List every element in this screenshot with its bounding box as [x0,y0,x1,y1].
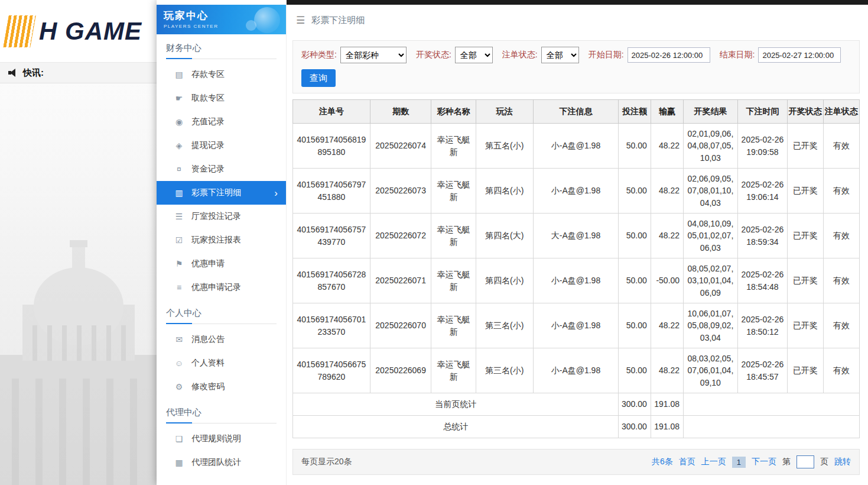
sidebar-item-recharge-record[interactable]: ◉充值记录 [157,110,286,134]
globe-decoration-icon [254,7,280,33]
draw-status-select[interactable]: 全部 [455,47,493,63]
draw-status-label: 开奖状态: [416,50,451,60]
pagination-bar: 每页显示20条 共6条 首页 上一页 1 下一页 第 页 跳转 [292,449,860,475]
chevron-right-icon: › [274,188,278,198]
page-suffix-label: 页 [820,457,828,467]
table-row: 40156917405675743977020250226072幸运飞艇新第四名… [293,214,860,258]
table-cell: 04,08,10,09,05,01,02,07,06,03 [684,214,738,258]
sidebar-item-player-bet-report[interactable]: ☑玩家投注报表 [157,228,286,252]
sidebar-item-label: 充值记录 [191,117,225,127]
menu-icon[interactable]: ☰ [296,14,305,27]
page-jump-input[interactable] [797,455,814,468]
table-row: 40156917405670123357020250226070幸运飞艇新第三名… [293,303,860,348]
page-total-row: 当前页统计 300.00 191.08 [293,393,860,416]
table-cell: 有效 [823,124,859,169]
table-cell: 02,06,09,05,07,08,01,10,04,03 [684,169,738,214]
lottery-type-select[interactable]: 全部彩种 [340,47,407,63]
sidebar-item-funds-record[interactable]: ¤资金记录 [157,157,286,181]
page-prefix-label: 第 [782,457,791,467]
agent-rules-icon: ❏ [174,434,184,444]
query-button[interactable]: 查询 [301,69,336,87]
player-report-icon: ☑ [174,235,184,245]
table-cell: 小-A盘@1.98 [533,303,619,348]
table-cell: 401569174056675789620 [293,348,370,393]
column-header: 注单号 [293,100,370,124]
table-cell: 大-A盘@1.98 [533,214,619,258]
table-cell: 第四名(小) [476,258,533,303]
sidebar-nav: 财务中心▤存款专区☛取款专区◉充值记录◈提现记录¤资金记录▥彩票下注明细›☰厅室… [157,43,286,474]
sidebar-item-label: 玩家投注报表 [191,235,241,245]
page-total-label: 当前页统计 [293,393,619,416]
sidebar-item-agent-rules[interactable]: ❏代理规则说明 [157,427,286,451]
order-status-select[interactable]: 全部 [541,47,579,63]
agent-team-icon: ▦ [174,458,184,467]
prev-page-link[interactable]: 上一页 [701,457,726,467]
page-total-empty [684,393,860,416]
table-cell: 20250226074 [370,124,431,169]
content-topbar: ☰ 彩票下注明细 [287,5,868,35]
column-header: 下注时间 [737,100,788,124]
table-cell: 2025-02-26 18:59:34 [737,214,788,258]
start-date-label: 开始日期: [589,50,624,60]
first-page-link[interactable]: 首页 [679,457,695,467]
table-cell: 48.22 [651,169,683,214]
table-cell: 小-A盘@1.98 [533,348,619,393]
table-row: 40156917405679745188020250226073幸运飞艇新第四名… [293,169,860,214]
start-date-input[interactable] [628,47,710,63]
table-cell: 有效 [823,169,859,214]
promo-record-icon: ≡ [174,283,184,292]
current-page[interactable]: 1 [732,457,746,468]
sidebar-item-label: 修改密码 [191,381,225,392]
column-header: 期数 [370,100,431,124]
table-cell: 48.22 [651,214,683,258]
sidebar-item-hall-bet-record[interactable]: ☰厅室投注记录 [157,205,286,228]
table-cell: 第四名(大) [476,214,533,258]
table-cell: 48.22 [651,124,683,169]
table-cell: 20250226073 [370,169,431,214]
sidebar-item-profile[interactable]: ☺个人资料 [157,351,286,375]
sidebar-item-label: 代理团队统计 [191,457,241,468]
table-cell: 2025-02-26 18:54:48 [737,258,788,303]
table-cell: 50.00 [619,303,651,348]
sidebar-item-label: 个人资料 [191,358,225,368]
grand-total-bet: 300.00 [619,416,651,438]
sidebar-item-promo-apply[interactable]: ⚑优惠申请 [157,252,286,276]
next-page-link[interactable]: 下一页 [752,457,776,467]
table-row: 40156917405667578962020250226069幸运飞艇新第三名… [293,348,860,393]
column-header: 输赢 [651,100,683,124]
page-title: 彩票下注明细 [311,15,365,26]
table-cell: 第三名(小) [476,303,533,348]
sidebar-item-deposit[interactable]: ▤存款专区 [157,63,286,86]
table-cell: 50.00 [619,124,651,169]
sidebar-item-change-password[interactable]: ⚙修改密码 [157,375,286,399]
table-row: 40156917405672885767020250226071幸运飞艇新第四名… [293,258,860,303]
table-cell: 401569174056701233570 [293,303,370,348]
total-count: 共6条 [652,457,673,467]
sidebar-item-label: 取款专区 [191,93,225,104]
table-cell: 幸运飞艇新 [431,348,476,393]
table-cell: 2025-02-26 19:09:58 [737,124,788,169]
table-header-row: 注单号期数彩种名称玩法下注信息投注额输赢开奖结果下注时间开奖状态注单状态 [293,100,860,124]
sidebar-item-agent-team-stats[interactable]: ▦代理团队统计 [157,451,286,474]
table-cell: 02,01,09,06,04,08,07,05,10,03 [684,124,738,169]
table-cell: 50.00 [619,258,651,303]
table-cell: 已开奖 [788,214,823,258]
profile-icon: ☺ [174,358,184,368]
sidebar-item-label: 消息公告 [191,334,225,345]
table-cell: 有效 [823,258,859,303]
content-body: 彩种类型: 全部彩种 开奖状态: 全部 注单状态: 全部 开始日期: 结束日期: [287,35,868,475]
sidebar-item-messages[interactable]: ✉消息公告 [157,328,286,351]
sidebar-item-withdraw-record[interactable]: ◈提现记录 [157,134,286,157]
withdraw-record-icon: ◈ [174,141,184,150]
sidebar-item-label: 资金记录 [191,164,225,174]
jump-link[interactable]: 跳转 [834,457,851,467]
sidebar-item-label: 存款专区 [191,69,225,80]
page-total-bet: 300.00 [619,393,651,416]
sidebar-item-promo-apply-record[interactable]: ≡优惠申请记录 [157,276,286,299]
column-header: 开奖结果 [684,100,738,124]
sidebar-item-lottery-bet-detail[interactable]: ▥彩票下注明细› [157,181,286,205]
end-date-input[interactable] [758,47,841,63]
sidebar-item-withdraw[interactable]: ☛取款专区 [157,86,286,110]
nav-section-title: 财务中心 [166,43,277,59]
sidebar-item-label: 彩票下注明细 [191,187,241,198]
